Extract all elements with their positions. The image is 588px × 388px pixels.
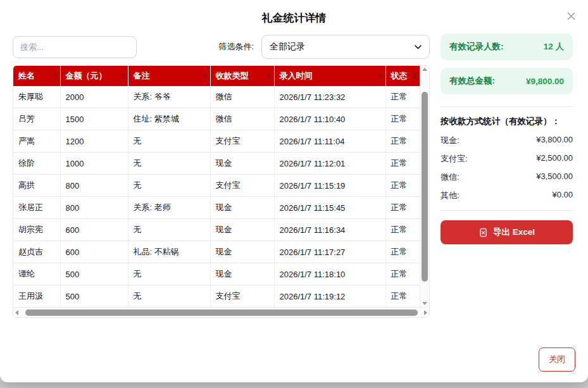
cell-amount: 1000 <box>60 153 128 175</box>
scroll-down-arrow-icon[interactable] <box>422 302 427 305</box>
cell-amount: 800 <box>60 197 128 219</box>
valid-count-value: 12 人 <box>544 41 564 53</box>
cell-status: 正常 <box>385 108 420 130</box>
cell-time: 2026/1/7 11:19:12 <box>274 285 385 308</box>
table-row: 徐阶1000无现金2026/1/7 11:12:01正常 <box>13 153 420 175</box>
method-value: ¥0.00 <box>552 190 573 201</box>
method-row-other: 其他: ¥0.00 <box>441 190 573 201</box>
valid-total-label: 有效总金额: <box>449 75 495 87</box>
cell-amount: 500 <box>60 263 128 285</box>
cell-time: 2026/1/7 11:11:04 <box>274 130 385 153</box>
toolbar: 筛选条件: 全部记录 <box>13 35 430 59</box>
cell-time: 2026/1/7 11:17:27 <box>274 241 385 263</box>
column-header-status[interactable]: 状态 <box>385 66 420 86</box>
records-table: 姓名 金额（元） 备注 收款类型 录入时间 状态 朱厚聪2000关系: 爷爷微信… <box>13 66 420 307</box>
vertical-scrollbar[interactable] <box>420 66 429 307</box>
export-excel-button[interactable]: 导出 Excel <box>441 220 573 244</box>
cell-time: 2026/1/7 11:12:01 <box>274 153 385 175</box>
cell-status: 正常 <box>385 175 420 197</box>
close-button[interactable] <box>564 9 578 23</box>
cell-amount: 600 <box>60 241 128 263</box>
records-table-container: 姓名 金额（元） 备注 收款类型 录入时间 状态 朱厚聪2000关系: 爷爷微信… <box>13 65 430 318</box>
cell-status: 正常 <box>385 219 420 241</box>
valid-count-label: 有效记录人数: <box>449 41 504 53</box>
cell-status: 正常 <box>385 130 420 153</box>
cell-amount: 500 <box>60 285 128 308</box>
cell-status: 正常 <box>385 285 420 308</box>
table-scroll-row: 姓名 金额（元） 备注 收款类型 录入时间 状态 朱厚聪2000关系: 爷爷微信… <box>13 66 429 307</box>
scroll-right-arrow-icon[interactable] <box>424 310 427 315</box>
table-row: 严嵩1200无支付宝2026/1/7 11:11:04正常 <box>13 130 420 153</box>
cell-amount: 800 <box>60 175 128 197</box>
cell-method: 现金 <box>210 263 274 285</box>
horizontal-scrollbar-thumb[interactable] <box>25 310 418 316</box>
filter-label: 筛选条件: <box>218 41 254 53</box>
valid-count-card: 有效记录人数: 12 人 <box>441 34 573 60</box>
search-input[interactable] <box>13 36 137 58</box>
method-row-cash: 现金: ¥3,800.00 <box>441 135 573 146</box>
cell-note: 礼品: 不粘锅 <box>128 241 210 263</box>
divider <box>441 210 573 211</box>
cell-name: 谭纶 <box>13 263 60 285</box>
cell-name: 王用汲 <box>13 285 60 308</box>
method-label: 现金: <box>441 135 460 146</box>
cell-note: 无 <box>128 285 210 308</box>
cell-time: 2026/1/7 11:15:19 <box>274 175 385 197</box>
method-label: 微信: <box>441 172 460 183</box>
table-row: 胡宗宪600无现金2026/1/7 11:16:34正常 <box>13 219 420 241</box>
cell-note: 无 <box>128 153 210 175</box>
chevron-down-icon <box>415 45 422 49</box>
close-footer-button[interactable]: 关闭 <box>539 347 575 372</box>
cell-name: 严嵩 <box>13 130 60 153</box>
column-header-name[interactable]: 姓名 <box>13 66 60 86</box>
cell-method: 微信 <box>210 108 274 130</box>
cell-method: 现金 <box>210 219 274 241</box>
column-header-note[interactable]: 备注 <box>128 66 210 86</box>
cell-method: 支付宝 <box>210 285 274 308</box>
modal-title: 礼金统计详情 <box>0 0 588 31</box>
cell-name: 张居正 <box>13 197 60 219</box>
main-area: 筛选条件: 全部记录 <box>13 31 430 318</box>
cell-note: 住址: 紫禁城 <box>128 108 210 130</box>
cell-note: 无 <box>128 175 210 197</box>
method-row-wechat: 微信: ¥3,500.00 <box>441 172 573 183</box>
column-header-amount[interactable]: 金额（元） <box>60 66 128 86</box>
cell-status: 正常 <box>385 153 420 175</box>
cell-note: 关系: 老师 <box>128 197 210 219</box>
export-excel-label: 导出 Excel <box>493 227 535 238</box>
method-value: ¥3,800.00 <box>536 135 573 146</box>
filter-select[interactable]: 全部记录 <box>261 35 430 59</box>
method-row-alipay: 支付宝: ¥2,500.00 <box>441 153 573 165</box>
cell-status: 正常 <box>385 241 420 263</box>
divider <box>441 106 573 107</box>
cell-amount: 600 <box>60 219 128 241</box>
excel-icon <box>479 228 488 237</box>
scroll-left-arrow-icon[interactable] <box>15 310 18 315</box>
cell-name: 徐阶 <box>13 153 60 175</box>
method-value: ¥3,500.00 <box>536 172 573 183</box>
cell-time: 2026/1/7 11:18:10 <box>274 263 385 285</box>
valid-total-value: ¥9,800.00 <box>526 77 564 86</box>
sort-icon <box>203 73 207 79</box>
cell-note: 关系: 爷爷 <box>128 86 210 108</box>
cell-time: 2026/1/7 11:23:32 <box>274 86 385 108</box>
cell-method: 支付宝 <box>210 175 274 197</box>
modal-content: 筛选条件: 全部记录 <box>0 31 588 318</box>
cell-note: 无 <box>128 219 210 241</box>
cell-method: 现金 <box>210 153 274 175</box>
column-header-time[interactable]: 录入时间 <box>274 66 385 86</box>
scroll-up-arrow-icon[interactable] <box>422 68 427 71</box>
horizontal-scrollbar[interactable] <box>13 307 429 317</box>
table-row: 吕芳1500住址: 紫禁城微信2026/1/7 11:10:40正常 <box>13 108 420 130</box>
cell-status: 正常 <box>385 197 420 219</box>
column-header-method[interactable]: 收款类型 <box>210 66 274 86</box>
cell-amount: 1200 <box>60 130 128 153</box>
cell-amount: 2000 <box>60 86 128 108</box>
cell-name: 高拱 <box>13 175 60 197</box>
vertical-scrollbar-thumb[interactable] <box>422 92 428 282</box>
summary-panel: 有效记录人数: 12 人 有效总金额: ¥9,800.00 按收款方式统计（有效… <box>441 31 573 318</box>
sort-icon <box>53 73 57 79</box>
cell-time: 2026/1/7 11:15:45 <box>274 197 385 219</box>
cell-method: 支付宝 <box>210 130 274 153</box>
valid-total-card: 有效总金额: ¥9,800.00 <box>441 68 573 94</box>
